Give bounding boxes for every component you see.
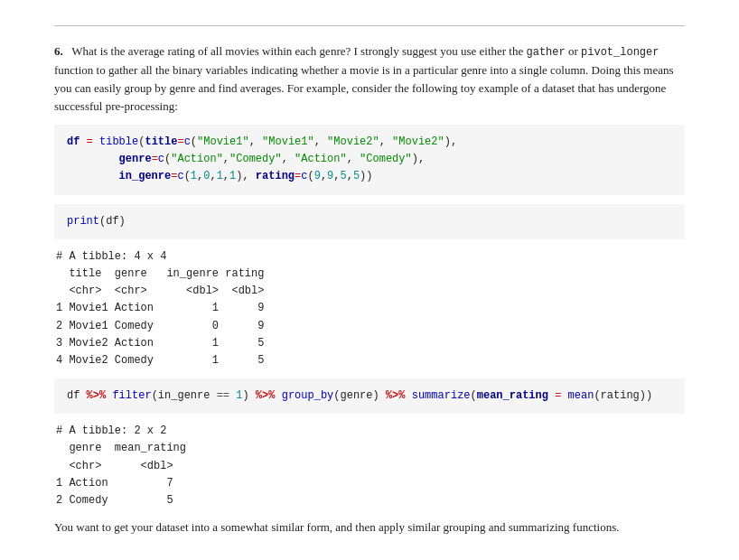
- question-block: 6. What is the average rating of all mov…: [54, 42, 685, 560]
- top-border: [54, 25, 685, 26]
- inline-code-gather: gather: [527, 46, 566, 59]
- code-print: print(df): [54, 204, 685, 239]
- page: 6. What is the average rating of all mov…: [0, 0, 739, 560]
- code-pipe: df %>% filter(in_genre == 1) %>% group_b…: [54, 378, 685, 414]
- output-2: # A tibble: 2 x 2 genre mean_rating <chr…: [54, 423, 685, 509]
- question-text: 6. What is the average rating of all mov…: [54, 42, 685, 116]
- output-1: # A tibble: 4 x 4 title genre in_genre r…: [54, 248, 685, 369]
- inline-code-pivot: pivot_longer: [581, 46, 659, 59]
- prose-1: You want to get your dataset into a some…: [54, 518, 685, 537]
- question-number: 6.: [54, 44, 63, 58]
- code-df: df = tibble(title=c("Movie1", "Movie1", …: [54, 125, 685, 195]
